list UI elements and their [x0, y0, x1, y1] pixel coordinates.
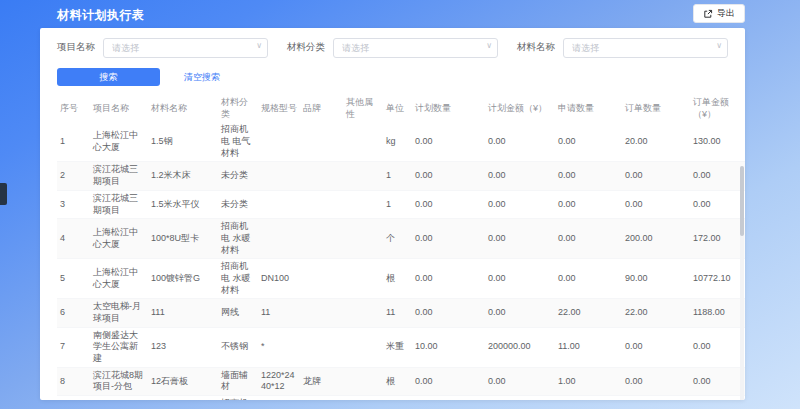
- table-cell: 根: [383, 259, 412, 299]
- table-cell: 1.00: [555, 367, 622, 395]
- table-cell: 123: [148, 327, 218, 367]
- table-cell: 0.00: [485, 190, 555, 218]
- table-cell: 0.00: [412, 367, 485, 395]
- table-row: 8滨江花城8期项目-分包12石膏板墙面辅材1220*2440*12龙牌根0.00…: [57, 367, 745, 395]
- table-cell: [343, 299, 383, 327]
- table-cell: 上海松江中心大厦: [90, 219, 148, 259]
- clear-search-link[interactable]: 清空搜索: [184, 71, 220, 84]
- column-header: 订单数量: [622, 95, 690, 122]
- table-cell: [343, 190, 383, 218]
- table-cell: [343, 219, 383, 259]
- table-cell: 0.00: [690, 327, 745, 367]
- table-cell: 未分类: [218, 190, 258, 218]
- table-cell: [258, 122, 300, 162]
- table-cell: [300, 190, 343, 218]
- table-cell: 90.00: [622, 259, 690, 299]
- material-plan-table: 序号项目名称材料名称材料分类规格型号品牌其他属性单位计划数量计划金额（¥）申请数…: [57, 95, 745, 400]
- table-cell: 8: [57, 367, 90, 395]
- table-cell: 未分类: [218, 162, 258, 190]
- table-cell: 根: [383, 367, 412, 395]
- table-header-row: 序号项目名称材料名称材料分类规格型号品牌其他属性单位计划数量计划金额（¥）申请数…: [57, 95, 745, 122]
- filter-material-name: 材料名称 ∨: [517, 37, 728, 58]
- table-body: 1上海松江中心大厦1.5钢招商机电 电气材料kg0.000.000.0020.0…: [57, 122, 745, 400]
- column-header: 序号: [57, 95, 90, 122]
- table-cell: 0.00: [412, 396, 485, 400]
- table-cell: 南侧盛达大学生公寓新建: [90, 327, 148, 367]
- table-cell: 1188.00: [690, 299, 745, 327]
- table-cell: 0.00: [412, 259, 485, 299]
- table-cell: 1.2米木床: [148, 162, 218, 190]
- table-cell: 0.00: [485, 162, 555, 190]
- table-cell: 6: [57, 299, 90, 327]
- table-cell: 0.00: [485, 367, 555, 395]
- table-cell: 招商机电 水暖材料: [218, 396, 258, 400]
- table-row: 2滨江花城三期项目1.2米木床未分类10.000.000.000.000.00: [57, 162, 745, 190]
- table-cell: 0.00: [622, 162, 690, 190]
- table-cell: 0.00: [690, 162, 745, 190]
- search-button[interactable]: 搜索: [57, 68, 160, 86]
- table-cell: [300, 219, 343, 259]
- project-name-input[interactable]: [103, 38, 268, 58]
- table-cell: 0.00: [412, 299, 485, 327]
- table-cell: 上海松江中心大厦: [90, 259, 148, 299]
- column-header: 规格型号: [258, 95, 300, 122]
- table-cell: 3: [57, 190, 90, 218]
- table-cell: 20.00: [622, 122, 690, 162]
- material-category-select[interactable]: ∨: [333, 37, 498, 58]
- table-cell: 0.00: [485, 299, 555, 327]
- export-button[interactable]: 导出: [693, 4, 745, 23]
- filter-project-name: 项目名称 ∨: [57, 37, 268, 58]
- table-cell: 0.00: [412, 219, 485, 259]
- table-cell: 1220*2440*12: [258, 367, 300, 395]
- table-cell: *: [258, 327, 300, 367]
- table-cell: [300, 299, 343, 327]
- table-cell: 5: [57, 259, 90, 299]
- table-cell: [258, 396, 300, 400]
- export-icon: [703, 9, 713, 19]
- table-cell: [343, 122, 383, 162]
- sidebar-toggle-handle[interactable]: [0, 183, 7, 205]
- table-cell: 网线: [218, 299, 258, 327]
- table-cell: 0.00: [622, 367, 690, 395]
- top-header-bar: 材料计划执行表 导出: [0, 0, 800, 28]
- main-panel: 项目名称 ∨ 材料分类 ∨ 材料名称 ∨ 搜索 清空搜索: [40, 28, 745, 400]
- table-cell: 22.00: [622, 299, 690, 327]
- project-name-select[interactable]: ∨: [103, 37, 268, 58]
- table-cell: 0.00: [622, 327, 690, 367]
- material-name-select[interactable]: ∨: [563, 37, 728, 58]
- table-cell: 不锈钢: [218, 327, 258, 367]
- table-cell: 2: [57, 162, 90, 190]
- material-category-input[interactable]: [333, 38, 498, 58]
- table-cell: 10772.10: [690, 259, 745, 299]
- action-bar: 搜索 清空搜索: [40, 58, 745, 86]
- table-cell: 米重: [383, 327, 412, 367]
- material-name-input[interactable]: [563, 38, 728, 58]
- table-cell: 0.00: [485, 122, 555, 162]
- column-header: 计划数量: [412, 95, 485, 122]
- table-cell: 1: [383, 190, 412, 218]
- column-header: 品牌: [300, 95, 343, 122]
- column-header: 计划金额（¥）: [485, 95, 555, 122]
- table-cell: 龙牌: [300, 367, 343, 395]
- table-cell: 招商机电 水暖材料: [218, 259, 258, 299]
- column-header: 项目名称: [90, 95, 148, 122]
- page-title: 材料计划执行表: [57, 7, 145, 24]
- table-cell: kg: [383, 122, 412, 162]
- table-cell: 0.00: [555, 190, 622, 218]
- table-cell: 1: [383, 162, 412, 190]
- table-cell: [300, 327, 343, 367]
- filter-label: 材料分类: [287, 41, 325, 54]
- table-cell: 滨江花城三期项目: [90, 190, 148, 218]
- table-cell: 0.00: [555, 162, 622, 190]
- table-cell: 10.00: [412, 327, 485, 367]
- table-cell: [300, 396, 343, 400]
- table-cell: 滨江花城8期项目-分包: [90, 367, 148, 395]
- vertical-scrollbar[interactable]: [740, 166, 744, 400]
- table-row: 7南侧盛达大学生公寓新建123不锈钢*米重10.00200000.0011.00…: [57, 327, 745, 367]
- table-cell: 172.00: [690, 219, 745, 259]
- table-cell: 200000.00: [485, 327, 555, 367]
- vertical-scrollbar-thumb[interactable]: [740, 166, 744, 236]
- table-cell: 12石膏板: [148, 367, 218, 395]
- table-row: 6太空电梯-月球项目111网线11110.000.0022.0022.00118…: [57, 299, 745, 327]
- table-cell: [258, 219, 300, 259]
